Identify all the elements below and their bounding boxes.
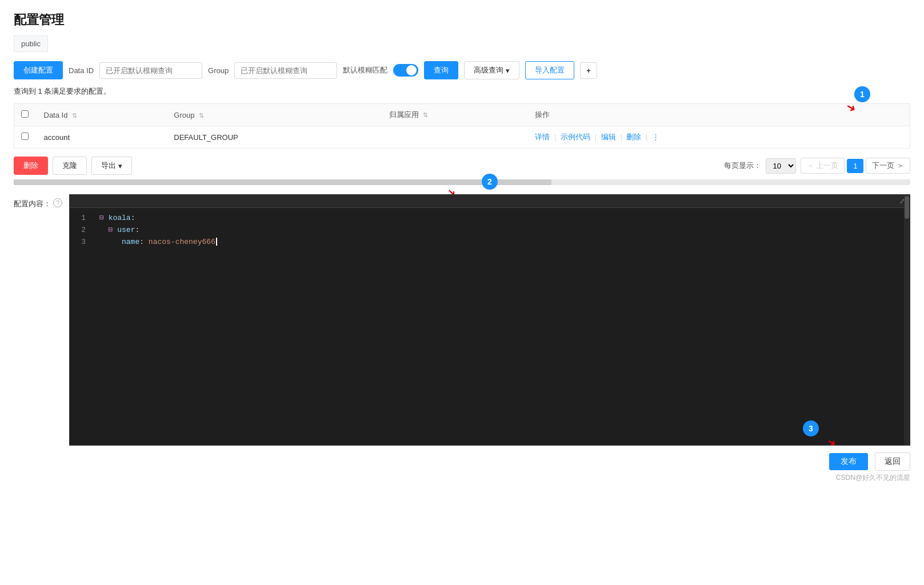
bottom-action-bar: 3 ➜ 发布 返回: [14, 452, 910, 471]
horizontal-scrollbar[interactable]: [14, 179, 910, 185]
scrollbar-thumb-vertical: [905, 196, 909, 219]
import-config-button[interactable]: 导入配置: [525, 61, 574, 79]
code-lines: ⊟ koala: ⊟ user: name: nacos-cheney666: [93, 213, 910, 432]
prev-page-button[interactable]: ＜ 上一页: [801, 158, 845, 174]
pagination-area: 每页显示： 10 20 50 ＜ 上一页 1 下一页 ＞: [724, 158, 910, 174]
fuzzy-toggle[interactable]: [393, 64, 418, 77]
page-title: 配置管理: [14, 11, 910, 29]
chevron-down-icon: ▾: [506, 66, 510, 75]
query-button[interactable]: 查询: [424, 61, 458, 79]
group-label: Group: [208, 66, 229, 75]
annotation-1: 1: [854, 86, 870, 102]
cursor: [216, 238, 217, 246]
row-group: DEFAULT_GROUP: [167, 126, 382, 149]
chevron-down-icon: ▾: [118, 162, 122, 170]
editor-scrollbar[interactable]: [904, 195, 910, 445]
annotation-2: 2: [482, 174, 498, 190]
code-content: 1 2 3 ⊟ koala: ⊟ user: name: nacos-chene: [70, 208, 910, 436]
help-icon[interactable]: ?: [53, 198, 62, 207]
fuzzy-match-label: 默认模糊匹配: [343, 65, 387, 75]
export-button[interactable]: 导出 ▾: [91, 157, 132, 175]
row-checkbox-cell: [14, 126, 37, 149]
sort-data-id-icon[interactable]: ⇅: [72, 112, 77, 119]
per-page-label: 每页显示：: [724, 161, 761, 171]
config-table-container: 1 ➜ Data Id ⇅ Group ⇅: [14, 103, 910, 149]
select-all-checkbox[interactable]: [21, 110, 29, 118]
bulk-delete-button[interactable]: 删除: [14, 157, 48, 175]
action-detail[interactable]: 详情: [535, 133, 550, 141]
bottom-toolbar: 删除 克隆 导出 ▾ 每页显示： 10 20 50 ＜ 上一页 1 下一页 ＞: [14, 157, 910, 175]
bulk-actions: 删除 克隆 导出 ▾: [14, 157, 132, 175]
action-sample-code[interactable]: 示例代码: [561, 133, 590, 141]
column-group: Group ⇅: [167, 104, 382, 126]
select-all-header: [14, 104, 37, 126]
scrollbar-thumb: [14, 179, 551, 185]
code-editor-outer: 2 ➜ ⤢ 1 2 3 ⊟ koala:: [69, 194, 910, 446]
pagination: ＜ 上一页 1 下一页 ＞: [801, 158, 910, 174]
per-page-select[interactable]: 10 20 50: [766, 158, 796, 174]
editor-topbar: ⤢: [70, 195, 910, 208]
code-line-3: name: nacos-cheney666: [99, 237, 903, 249]
data-id-label: Data ID: [69, 66, 94, 75]
table-header-row: Data Id ⇅ Group ⇅ 归属应用 ⇅ 操作: [14, 104, 910, 126]
code-line-2: ⊟ user:: [99, 225, 903, 237]
table-row: account DEFAULT_GROUP 详情 | 示例代码 | 编辑 | 删…: [14, 126, 910, 149]
publish-button[interactable]: 发布: [829, 453, 868, 470]
action-edit[interactable]: 编辑: [601, 133, 616, 141]
action-delete[interactable]: 删除: [626, 133, 641, 141]
sort-app-icon[interactable]: ⇅: [423, 111, 428, 119]
namespace-bar: public: [14, 35, 48, 52]
row-checkbox[interactable]: [21, 133, 29, 140]
next-page-button[interactable]: 下一页 ＞: [866, 158, 910, 174]
row-data-id: account: [37, 126, 167, 149]
code-editor[interactable]: ⤢ 1 2 3 ⊟ koala: ⊟ user:: [69, 194, 910, 446]
column-app: 归属应用 ⇅: [382, 104, 529, 126]
code-line-1: ⊟ koala:: [99, 213, 903, 225]
group-input[interactable]: [234, 62, 337, 79]
row-app: [382, 126, 529, 149]
add-button[interactable]: +: [580, 62, 597, 79]
advanced-query-button[interactable]: 高级查询 ▾: [464, 61, 519, 79]
editor-label: 配置内容：: [14, 199, 51, 209]
config-table: Data Id ⇅ Group ⇅ 归属应用 ⇅ 操作: [14, 103, 910, 149]
create-config-button[interactable]: 创建配置: [14, 61, 63, 79]
toolbar: 创建配置 Data ID Group 默认模糊匹配 查询 高级查询 ▾ 导入配置…: [14, 61, 910, 79]
bulk-clone-button[interactable]: 克隆: [53, 157, 87, 175]
result-text: 查询到 1 条满足要求的配置。: [14, 86, 910, 97]
line-numbers: 1 2 3: [70, 213, 93, 432]
column-data-id: Data Id ⇅: [37, 104, 167, 126]
page-1-button[interactable]: 1: [847, 159, 863, 173]
data-id-input[interactable]: [99, 62, 202, 79]
editor-section: 配置内容： ? 2 ➜ ⤢ 1 2 3: [14, 194, 910, 446]
back-button[interactable]: 返回: [875, 452, 910, 471]
action-more[interactable]: ⋮: [652, 133, 659, 141]
row-actions: 详情 | 示例代码 | 编辑 | 删除 | ⋮: [528, 126, 910, 149]
watermark: CSDN@好久不见的流星: [14, 473, 910, 483]
annotation-3: 3: [803, 420, 819, 436]
sort-group-icon[interactable]: ⇅: [199, 112, 204, 119]
